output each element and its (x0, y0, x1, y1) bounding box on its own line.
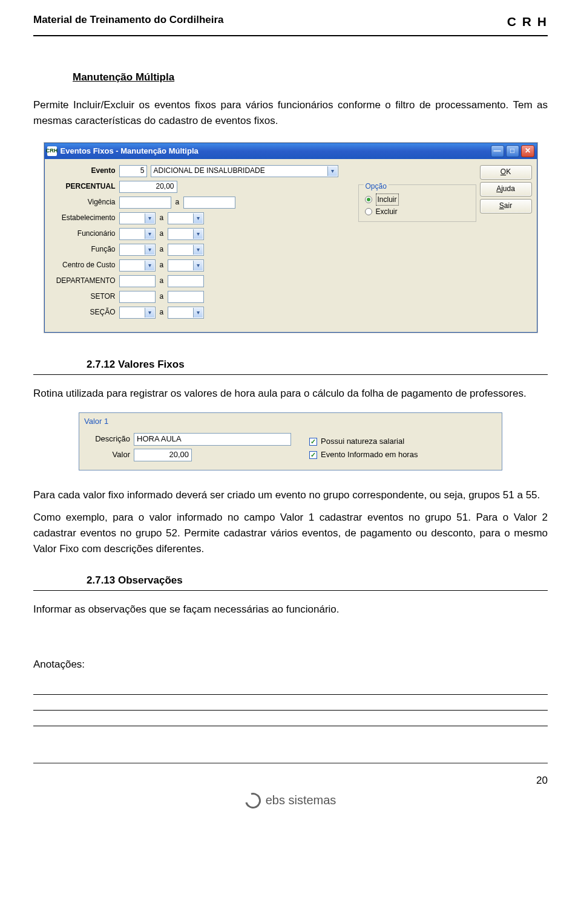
combo-evento-desc[interactable]: ADICIONAL DE INSALUBRIDADE ▾ (151, 165, 338, 177)
heading-2712: 2.7.12 Valores Fixos (87, 357, 548, 373)
header-right: C R H (507, 12, 548, 32)
dialog-title: Eventos Fixos - Manutenção Múltipla (61, 145, 489, 157)
input-dep-to[interactable] (168, 275, 204, 287)
app-icon: CRH (47, 146, 57, 156)
notes-line-3 (33, 711, 548, 726)
checkbox-natureza[interactable]: ✓ Possui natureza salarial (309, 435, 418, 448)
opcao-legend: Opção (364, 182, 389, 190)
opcao-column: Opção Incluir Excluir (358, 164, 476, 321)
form-area: Evento 5 ADICIONAL DE INSALUBRIDADE ▾ PE… (50, 164, 476, 321)
radio-excluir[interactable]: Excluir (365, 206, 470, 218)
chevron-down-icon: ▾ (193, 213, 203, 223)
footer-brand: ebs sistemas (266, 791, 336, 810)
row-ccusto: Centro de Custo ▾ a ▾ (50, 258, 356, 273)
sep-a-7: a (160, 291, 164, 302)
section2-paragraph: Rotina utilizada para registrar os valor… (33, 386, 548, 402)
radio-incluir-label: Incluir (376, 194, 399, 206)
header-left: Material de Treinamento do Cordilheira (33, 12, 224, 32)
sair-button[interactable]: Sair (480, 199, 532, 213)
chevron-down-icon: ▾ (145, 245, 154, 255)
heading-rule-2 (33, 590, 548, 591)
notes-line-2 (33, 695, 548, 711)
sep-a-3: a (160, 228, 164, 239)
heading-2713: 2.7.13 Observações (87, 573, 548, 588)
row-funcao: Função ▾ a ▾ (50, 242, 356, 257)
close-button[interactable]: ✕ (521, 145, 534, 157)
row-percentual: PERCENTUAL 20,00 (50, 180, 356, 194)
valor1-right: ✓ Possui natureza salarial ✓ Evento Info… (309, 431, 418, 461)
dialog-body: Evento 5 ADICIONAL DE INSALUBRIDADE ▾ PE… (45, 159, 537, 326)
combo-cc-from[interactable]: ▾ (119, 259, 156, 272)
section3-p1: Para cada valor fixo informado deverá se… (33, 487, 548, 503)
minimize-button[interactable]: — (491, 145, 504, 157)
ajuda-button[interactable]: Ajuda (480, 182, 532, 197)
row-secao: SEÇÃO ▾ a ▾ (50, 305, 356, 320)
label-vigencia: Vigência (50, 197, 119, 208)
section3-p2: Como exemplo, para o valor informado no … (33, 510, 548, 558)
row-estabelecimento: Estabelecimento ▾ a ▾ (50, 211, 356, 226)
chevron-down-icon: ▾ (145, 213, 154, 223)
row-setor: SETOR a (50, 290, 356, 304)
combo-funcao-to[interactable]: ▾ (168, 244, 204, 256)
chevron-down-icon: ▾ (193, 308, 203, 317)
radio-incluir[interactable]: Incluir (365, 194, 470, 206)
combo-cc-to[interactable]: ▾ (168, 259, 204, 272)
sep-a-5: a (160, 259, 164, 271)
page-header: Material de Treinamento do Cordilheira C… (33, 12, 548, 36)
input-descricao[interactable]: HORA AULA (134, 433, 291, 446)
input-vigencia-from[interactable] (119, 197, 171, 209)
page-number: 20 (33, 773, 548, 789)
input-valor[interactable]: 20,00 (134, 449, 192, 461)
combo-func-to[interactable]: ▾ (168, 228, 204, 240)
footer-logo: ebs sistemas (33, 791, 548, 810)
input-setor-from[interactable] (119, 291, 156, 303)
input-vigencia-to[interactable] (183, 197, 235, 209)
combo-secao-to[interactable]: ▾ (168, 307, 204, 319)
chevron-down-icon: ▾ (145, 308, 154, 317)
valor1-left: Descrição HORA AULA Valor 20,00 (87, 431, 291, 463)
label-ccusto: Centro de Custo (50, 259, 119, 271)
label-estabelecimento: Estabelecimento (50, 212, 119, 224)
chk-horas-label: Evento Informado em horas (321, 449, 418, 461)
dialog-eventos-fixos: CRH Eventos Fixos - Manutenção Múltipla … (44, 143, 537, 333)
input-evento-num[interactable]: 5 (119, 165, 147, 177)
maximize-button[interactable]: □ (506, 145, 519, 157)
label-valor: Valor (87, 449, 134, 461)
label-secao: SEÇÃO (50, 307, 119, 318)
sep-a-4: a (160, 244, 164, 255)
label-funcao: Função (50, 244, 119, 255)
combo-funcao-from[interactable]: ▾ (119, 244, 156, 256)
row-valor: Valor 20,00 (87, 447, 291, 463)
chevron-down-icon: ▾ (193, 245, 203, 255)
input-setor-to[interactable] (168, 291, 204, 303)
chevron-down-icon: ▾ (193, 261, 203, 270)
footer: 20 ebs sistemas (33, 763, 548, 810)
sep-a-6: a (160, 275, 164, 287)
valor1-panel: Valor 1 Descrição HORA AULA Valor 20,00 … (79, 412, 502, 470)
chk-natureza-label: Possui natureza salarial (321, 435, 404, 447)
combo-estab-to[interactable]: ▾ (168, 212, 204, 224)
input-dep-from[interactable] (119, 275, 156, 287)
dialog-button-column: OK Ajuda Sair (480, 164, 532, 321)
label-descricao: Descrição (87, 433, 134, 445)
chevron-down-icon: ▾ (327, 166, 337, 176)
row-departamento: DEPARTAMENTO a (50, 274, 356, 288)
section4-p1: Informar as observações que se façam nec… (33, 602, 548, 617)
combo-evento-value: ADICIONAL DE INSALUBRIDADE (154, 165, 265, 177)
checkbox-horas[interactable]: ✓ Evento Informado em horas (309, 448, 418, 461)
combo-estab-from[interactable]: ▾ (119, 212, 156, 224)
label-percentual: PERCENTUAL (50, 181, 119, 192)
check-icon: ✓ (309, 438, 317, 446)
row-descricao: Descrição HORA AULA (87, 431, 291, 447)
dialog-titlebar: CRH Eventos Fixos - Manutenção Múltipla … (45, 143, 537, 159)
opcao-groupbox: Opção Incluir Excluir (358, 184, 476, 223)
ok-button[interactable]: OK (480, 165, 532, 180)
sep-a-1: a (176, 197, 180, 208)
logo-swirl-icon (242, 790, 264, 812)
input-percentual[interactable]: 20,00 (119, 181, 177, 193)
combo-secao-from[interactable]: ▾ (119, 307, 156, 319)
notes-line-1 (33, 679, 548, 695)
row-vigencia: Vigência a (50, 195, 356, 210)
section-title-manutencao: Manutenção Múltipla (73, 70, 174, 85)
combo-func-from[interactable]: ▾ (119, 228, 156, 240)
